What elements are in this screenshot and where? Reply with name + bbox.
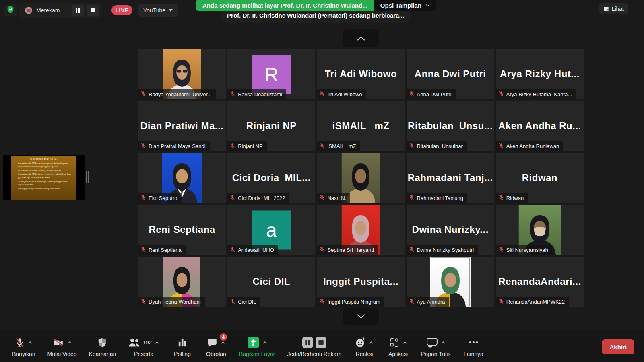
participant-tile[interactable]: Eko Saputro	[138, 153, 226, 203]
mic-muted-icon	[14, 337, 25, 348]
meeting-info-shield-button[interactable]	[4, 4, 17, 16]
participant-display-name: Rahmadani Tanj...	[407, 172, 494, 183]
stream-platform-label: YouTube	[143, 7, 165, 14]
slide-bullet: Karakteristik SDA dapat dipandang sbg fa…	[18, 173, 73, 179]
participant-tile[interactable]: Dian Pratiwi Ma... Dian Pratiwi Maya San…	[138, 101, 226, 151]
participant-name-label: Dian Pratiwi Maya Sandi	[138, 141, 210, 151]
participant-tile[interactable]: Dwina Nurizky... Dwina Nurizky Syahputri	[407, 205, 494, 255]
participant-name-label: Eko Saputro	[138, 193, 182, 203]
participant-name-label: Arniawati_UHO	[227, 245, 278, 255]
toolbar-item-polling[interactable]: Polling	[171, 337, 193, 357]
participant-tile[interactable]: Tri Adi Wibowo Tri Adi Wibowo	[317, 49, 405, 99]
muted-mic-icon	[498, 91, 504, 98]
participant-tile[interactable]: Dyah Febria Wardhani	[138, 257, 226, 307]
participant-tile[interactable]: iSMAIL _mZ iSMAIL _mZ	[317, 101, 405, 151]
youtube-stream-dropdown[interactable]: YouTube	[138, 4, 178, 17]
caret-down-icon	[169, 9, 173, 12]
toolbar-item-share[interactable]: Bagikan Layar	[239, 337, 275, 357]
active-speaker-text: Prof. Dr. Ir. Christine Wulandari (Pemat…	[227, 12, 404, 19]
participant-tile[interactable]: Rinjani NP Rinjani NP	[227, 101, 315, 151]
participant-tile[interactable]: Ayu Anindra	[407, 257, 494, 307]
participant-name-label: Cici DIL	[227, 297, 260, 307]
participant-tile[interactable]: RenandaAndari... RenandaAndariMPWK22	[496, 257, 584, 307]
participant-tile[interactable]: Aken Andha Ru... Aken Andha Runiawan	[496, 101, 584, 151]
participant-tile[interactable]: Anna Dwi Putri Anna Dwi Putri	[407, 49, 494, 99]
participant-name-label: Radya Yogautami_Univer...	[138, 89, 216, 99]
toolbar-item-record[interactable]: Jeda/Berhenti Rekam	[287, 337, 341, 357]
stop-recording-button[interactable]	[87, 5, 99, 16]
participant-display-name: Ridwan	[496, 172, 584, 183]
participant-display-name: Rinjani NP	[227, 120, 315, 131]
participant-tile[interactable]: Ridwan Ridwan	[496, 153, 584, 203]
participant-display-name: Ritabulan_Unsu...	[407, 120, 494, 131]
chevron-up-icon[interactable]	[369, 339, 374, 346]
toolbar-item-apps[interactable]: Aplikasi	[387, 337, 409, 357]
pause-recording-button[interactable]	[72, 5, 84, 16]
end-meeting-button[interactable]: Akhiri	[602, 339, 634, 354]
gallery-scroll-up-button[interactable]	[343, 29, 379, 47]
toolbar-item-participants[interactable]: 192Peserta	[128, 337, 159, 357]
participant-display-name: Aken Andha Ru...	[496, 120, 584, 131]
toolbar-item-security[interactable]: Keamanan	[89, 337, 116, 357]
camera-muted-icon	[52, 337, 64, 348]
toolbar-item-label: Obrolan	[206, 351, 226, 357]
display-options-button[interactable]: Opsi Tampilan	[374, 0, 436, 11]
chevron-up-icon[interactable]	[67, 339, 72, 346]
participant-tile[interactable]: Cici DIL Cici DIL	[227, 257, 315, 307]
participant-tile[interactable]: Cici Doria_MIL... Cici Doria_MIL 2022	[227, 153, 315, 203]
participant-tile[interactable]: Siti Nursyamsiyah	[496, 205, 584, 255]
toolbar-item-whiteboard[interactable]: Papan Tulis	[421, 337, 450, 357]
participant-tile[interactable]: Ritabulan_Unsu... Ritabulan_Unsulbar	[407, 101, 494, 151]
participant-tile[interactable]: Rahmadani Tanj... Rahmadani Tanjung	[407, 153, 494, 203]
toolbar-item-mute[interactable]: Bunyikan	[12, 337, 35, 357]
participant-name-label: Raysa Deagustami	[227, 89, 286, 99]
toolbar-item-label: Reaksi	[356, 351, 373, 357]
muted-mic-icon	[319, 91, 325, 98]
toolbar-item-label: Peserta	[134, 351, 153, 357]
chevron-up-icon[interactable]	[262, 339, 267, 346]
recording-dot-icon	[25, 7, 32, 14]
slide-bullet: dianggap tetap ketika sedang dianalisis	[18, 187, 73, 191]
chevron-up-icon	[356, 36, 366, 41]
participant-tile[interactable]: Arya Rizky Hut... Arya Rizky Hutama_Kant…	[496, 49, 584, 99]
chevron-up-icon[interactable]	[441, 339, 446, 346]
gallery-scroll-down-button[interactable]	[343, 308, 379, 325]
participant-tile[interactable]: a Arniawati_UHO	[227, 205, 315, 255]
view-button[interactable]: Lihat	[599, 3, 628, 14]
shared-screen-thumbnail[interactable]: Karakteristik SDA Karakteristik SDA memp…	[3, 155, 85, 200]
toolbar-items: BunyikanMulai VideoKeamanan192PesertaPol…	[12, 337, 484, 357]
ellipsis-icon	[468, 337, 479, 348]
toolbar-item-label: Bagikan Layar	[239, 351, 275, 357]
participant-name-label: Arya Rizky Hutama_Kanta...	[496, 89, 576, 99]
toolbar-item-label: Jeda/Berhenti Rekam	[287, 351, 341, 357]
zoom-meeting-window: Merekam... LIVE YouTube Prof. Dr. Ir. Ch…	[0, 0, 644, 362]
slide-bullet: Karakteristik SDA mempengaruhi kelembaga…	[18, 162, 73, 169]
toolbar-item-label: Aplikasi	[388, 351, 408, 357]
chevron-up-icon[interactable]	[155, 339, 159, 346]
slide-title: Karakteristik SDA	[14, 157, 73, 161]
participant-name-label: RenandaAndariMPWK22	[496, 297, 569, 307]
toolbar-item-label: Lainnya	[464, 351, 483, 357]
toolbar-item-label: Papan Tulis	[421, 351, 450, 357]
participant-tile[interactable]: Radya Yogautami_Univer...	[138, 49, 226, 99]
participant-tile[interactable]: R Raysa Deagustami	[227, 49, 315, 99]
smiley-icon	[355, 337, 366, 348]
participant-display-name: Dian Pratiwi Ma...	[138, 120, 226, 131]
muted-mic-icon	[409, 298, 415, 305]
participant-name-label: Dwina Nurizky Syahputri	[407, 245, 478, 255]
participant-name-label: iSMAIL _mZ	[317, 141, 360, 151]
participant-tile[interactable]: Reni Septiana Reni Septiana	[138, 205, 226, 255]
panel-resize-handle[interactable]	[86, 171, 89, 183]
chevron-up-icon[interactable]	[28, 339, 33, 346]
toolbar-item-chat[interactable]: 4Obrolan	[205, 337, 227, 357]
toolbar-item-video[interactable]: Mulai Video	[47, 337, 77, 357]
participant-name-label: Aken Andha Runiawan	[496, 141, 564, 151]
toolbar-item-more[interactable]: Lainnya	[462, 337, 484, 357]
participant-tile[interactable]: Inggit Puspita... Inggit Puspita Ningrum	[317, 257, 405, 307]
muted-mic-icon	[230, 143, 235, 150]
chevron-up-icon[interactable]	[402, 339, 407, 346]
presentation-slide: Karakteristik SDA Karakteristik SDA memp…	[11, 156, 76, 200]
participant-tile[interactable]: Nasri N.	[317, 153, 405, 203]
participant-tile[interactable]: Septina Sri Haryanti	[317, 205, 405, 255]
toolbar-item-reactions[interactable]: Reaksi	[353, 337, 375, 357]
